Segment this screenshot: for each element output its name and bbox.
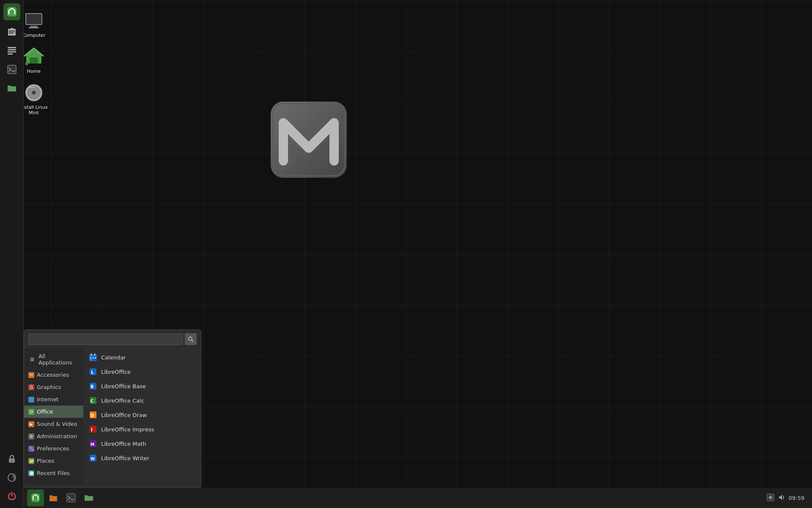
cat-administration[interactable]: ⚙ Administration bbox=[24, 430, 83, 442]
panel-update-button[interactable] bbox=[3, 469, 20, 486]
cat-preferences-label: Preferences bbox=[37, 445, 69, 452]
app-libreoffice-math[interactable]: M LibreOffice Math bbox=[83, 436, 201, 451]
cat-all-applications[interactable]: ⊞ All Applications bbox=[24, 350, 83, 369]
left-panel bbox=[0, 0, 24, 508]
panel-terminal-button[interactable] bbox=[3, 61, 20, 78]
cat-internet-label: Internet bbox=[37, 396, 59, 403]
cat-recent-files[interactable]: 🕐 Recent Files bbox=[24, 467, 83, 479]
graphics-icon: G bbox=[28, 384, 34, 390]
svg-rect-32 bbox=[90, 359, 91, 360]
panel-lock-button[interactable] bbox=[3, 450, 20, 467]
install-dvd-icon bbox=[24, 83, 44, 103]
svg-rect-30 bbox=[93, 357, 94, 359]
libreoffice-draw-icon: D bbox=[88, 410, 98, 420]
cat-graphics[interactable]: G Graphics bbox=[24, 381, 83, 393]
svg-rect-50 bbox=[67, 494, 75, 502]
desktop: Computer Home bbox=[0, 0, 812, 508]
cat-internet[interactable]: 🌐 Internet bbox=[24, 393, 83, 406]
cat-places[interactable]: 📂 Places bbox=[24, 455, 83, 467]
cat-recent-label: Recent Files bbox=[37, 470, 70, 476]
taskbar-menu-btn[interactable] bbox=[27, 489, 44, 506]
search-button[interactable] bbox=[185, 333, 197, 345]
accessories-icon: ✂ bbox=[28, 372, 34, 378]
libreoffice-calc-icon: C bbox=[88, 396, 98, 405]
calendar-icon bbox=[88, 353, 98, 362]
panel-power-button[interactable] bbox=[3, 488, 20, 505]
apps-list: Calendar L LibreOffice bbox=[83, 348, 201, 484]
svg-rect-17 bbox=[8, 49, 16, 50]
cat-accessories[interactable]: ✂ Accessories bbox=[24, 369, 83, 381]
svg-rect-16 bbox=[8, 47, 16, 48]
preferences-icon: 🔧 bbox=[28, 446, 34, 452]
libreoffice-draw-label: LibreOffice Draw bbox=[101, 412, 147, 418]
app-libreoffice-draw[interactable]: D LibreOffice Draw bbox=[83, 408, 201, 422]
app-libreoffice[interactable]: L LibreOffice bbox=[83, 364, 201, 379]
computer-icon bbox=[24, 11, 44, 31]
home-folder-icon bbox=[24, 47, 44, 67]
panel-files-button[interactable] bbox=[3, 24, 20, 41]
taskbar-files-btn[interactable] bbox=[45, 489, 62, 506]
mint-logo bbox=[262, 93, 355, 188]
libreoffice-base-icon: B bbox=[88, 381, 98, 391]
taskbar-right: 09:59 bbox=[767, 494, 809, 502]
computer-label: Computer bbox=[22, 33, 46, 38]
search-input[interactable] bbox=[28, 334, 183, 345]
svg-rect-13 bbox=[9, 30, 15, 31]
time-display: 09:59 bbox=[789, 495, 804, 501]
sound-video-icon: ▶ bbox=[28, 421, 34, 427]
svg-text:I: I bbox=[91, 428, 93, 432]
categories-panel: ⊞ All Applications ✂ Accessories G Graph… bbox=[24, 348, 83, 484]
panel-tasks-button[interactable] bbox=[3, 42, 20, 59]
libreoffice-base-label: LibreOffice Base bbox=[101, 383, 146, 389]
cat-office[interactable]: O Office bbox=[24, 406, 83, 418]
svg-line-26 bbox=[192, 340, 194, 342]
sound-icon[interactable] bbox=[778, 494, 785, 502]
app-libreoffice-writer[interactable]: W LibreOffice Writer bbox=[83, 451, 201, 465]
svg-rect-18 bbox=[8, 51, 16, 52]
libreoffice-math-icon: M bbox=[88, 439, 98, 448]
svg-rect-5 bbox=[29, 27, 39, 28]
panel-folder-button[interactable] bbox=[3, 80, 20, 97]
svg-rect-3 bbox=[26, 14, 41, 24]
libreoffice-impress-icon: I bbox=[88, 425, 98, 434]
panel-menu-button[interactable] bbox=[3, 3, 20, 20]
libreoffice-calc-label: LibreOffice Calc bbox=[101, 398, 144, 404]
app-libreoffice-calc[interactable]: C LibreOffice Calc bbox=[83, 393, 201, 408]
svg-rect-20 bbox=[8, 65, 16, 74]
cat-places-label: Places bbox=[37, 458, 54, 464]
svg-rect-28 bbox=[89, 354, 97, 356]
svg-rect-29 bbox=[90, 357, 91, 359]
home-label: Home bbox=[27, 69, 41, 74]
taskbar-folder-btn[interactable] bbox=[80, 489, 97, 506]
svg-text:L: L bbox=[91, 370, 94, 375]
svg-rect-7 bbox=[25, 62, 28, 65]
svg-rect-15 bbox=[9, 33, 13, 34]
libreoffice-writer-label: LibreOffice Writer bbox=[101, 455, 149, 461]
calendar-label: Calendar bbox=[101, 354, 126, 361]
places-icon: 📂 bbox=[28, 458, 34, 464]
svg-point-11 bbox=[33, 91, 35, 94]
libreoffice-writer-icon: W bbox=[88, 453, 98, 463]
all-apps-icon: ⊞ bbox=[28, 356, 36, 363]
cat-office-label: Office bbox=[37, 409, 53, 415]
app-calendar[interactable]: Calendar bbox=[83, 350, 201, 364]
svg-text:C: C bbox=[91, 399, 93, 403]
svg-point-54 bbox=[770, 497, 771, 498]
search-bar bbox=[24, 330, 201, 348]
app-libreoffice-impress[interactable]: I LibreOffice Impress bbox=[83, 422, 201, 436]
admin-icon: ⚙ bbox=[28, 433, 34, 439]
cat-preferences[interactable]: 🔧 Preferences bbox=[24, 442, 83, 455]
svg-text:D: D bbox=[91, 413, 94, 418]
cat-graphics-label: Graphics bbox=[37, 384, 61, 390]
svg-text:B: B bbox=[91, 384, 94, 389]
cat-sound-video[interactable]: ▶ Sound & Video bbox=[24, 418, 83, 430]
app-libreoffice-base[interactable]: B LibreOffice Base bbox=[83, 379, 201, 393]
taskbar-terminal-btn[interactable] bbox=[63, 489, 80, 506]
cat-administration-label: Administration bbox=[37, 433, 77, 439]
taskbar: 09:59 bbox=[24, 488, 812, 508]
libreoffice-label: LibreOffice bbox=[101, 369, 131, 375]
network-icon bbox=[767, 494, 774, 502]
svg-text:W: W bbox=[91, 457, 95, 461]
cat-accessories-label: Accessories bbox=[37, 372, 69, 378]
svg-point-23 bbox=[11, 460, 13, 461]
